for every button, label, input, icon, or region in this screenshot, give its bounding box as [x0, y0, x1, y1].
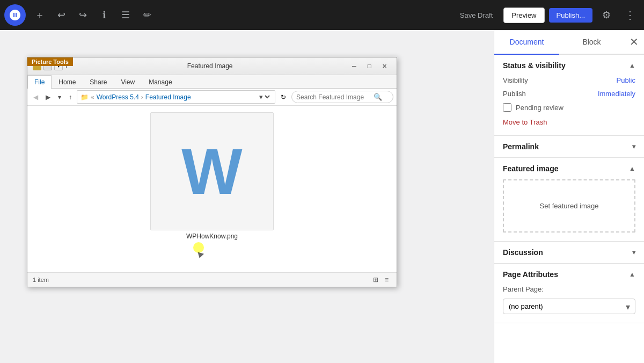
- wp-logo-icon: [9, 9, 21, 21]
- section-discussion: Discussion ▾: [494, 242, 644, 264]
- close-button[interactable]: ✕: [377, 61, 391, 71]
- pending-review-label[interactable]: Pending review: [516, 104, 564, 112]
- visibility-row: Visibility Public: [503, 76, 635, 84]
- move-to-trash-link[interactable]: Move to Trash: [503, 118, 547, 126]
- explorer-titlebar: ▾ │ Featured Image Picture Tools ─ □ ✕: [27, 57, 397, 75]
- status-visibility-body: Visibility Public Publish Immediately Pe…: [494, 76, 644, 135]
- publish-label: Publish: [503, 90, 526, 98]
- search-input[interactable]: [296, 93, 371, 101]
- section-page-attributes: Page Attributes ▲ Parent Page: (no paren…: [494, 264, 644, 323]
- file-thumbnail: W: [150, 112, 274, 230]
- toolbar-right: Save Draft Preview Publish... ⚙ ⋮: [453, 5, 640, 25]
- status-visibility-title: Status & visibility: [503, 61, 566, 70]
- pending-review-checkbox[interactable]: [503, 103, 511, 112]
- status-bar: 1 item ⊞ ≡: [27, 272, 397, 287]
- tab-block[interactable]: Block: [559, 30, 624, 55]
- item-count: 1 item: [33, 277, 49, 283]
- file-content: W WPHowKnow.png: [27, 106, 397, 272]
- ribbon-tab-manage[interactable]: Manage: [142, 75, 179, 89]
- top-toolbar: ＋ ↩ ↪ ℹ ☰ ✏ Save Draft Preview Publish..…: [0, 0, 644, 30]
- preview-button[interactable]: Preview: [503, 8, 544, 23]
- wp-logo: [4, 4, 26, 26]
- publish-value[interactable]: Immediately: [598, 90, 635, 98]
- parent-page-row: Parent Page:: [503, 285, 635, 293]
- publish-row: Publish Immediately: [503, 90, 635, 98]
- search-box: 🔍: [291, 91, 393, 103]
- parent-page-label: Parent Page:: [503, 285, 544, 293]
- address-path: 📁 « WordPress 5.4 › Featured Image ▾: [77, 90, 275, 104]
- chevron-icon: ▲: [629, 62, 635, 69]
- w-logo-image: W: [181, 139, 242, 204]
- sidebar-tabs: Document Block ✕: [494, 30, 644, 55]
- list-view-button[interactable]: ☰: [116, 5, 135, 25]
- parent-page-select[interactable]: (no parent): [503, 299, 635, 314]
- path-dropdown[interactable]: ▾: [257, 92, 272, 101]
- ribbon-tab-share[interactable]: Share: [83, 75, 114, 89]
- permalink-title: Permalink: [503, 142, 539, 151]
- file-name: WPHowKnow.png: [186, 233, 238, 240]
- sidebar: Document Block ✕ Status & visibility ▲ V…: [494, 30, 644, 363]
- permalink-chevron: ▾: [632, 143, 635, 150]
- tab-document[interactable]: Document: [494, 30, 559, 55]
- visibility-label: Visibility: [503, 76, 528, 84]
- add-block-button[interactable]: ＋: [30, 5, 49, 25]
- parent-page-select-wrapper: (no parent): [503, 299, 635, 314]
- back-button[interactable]: ◀: [31, 92, 41, 103]
- address-bar: ◀ ▶ ▾ ↑ 📁 « WordPress 5.4 › Featured Ima…: [27, 89, 397, 106]
- status-visibility-header[interactable]: Status & visibility ▲: [494, 55, 644, 76]
- explorer-window: ▾ │ Featured Image Picture Tools ─ □ ✕ F…: [27, 57, 397, 287]
- view-buttons: ⊞ ≡: [370, 274, 391, 285]
- section-featured-image: Featured image ▲ Set featured image: [494, 158, 644, 242]
- redo-button[interactable]: ↪: [73, 5, 92, 25]
- ribbon-tab-home[interactable]: Home: [52, 75, 83, 89]
- file-item[interactable]: W WPHowKnow.png: [32, 110, 392, 242]
- details-view-button[interactable]: ⊞: [370, 274, 381, 285]
- featured-image-chevron: ▲: [629, 165, 635, 172]
- info-button[interactable]: ℹ: [94, 5, 114, 25]
- path-wordpress[interactable]: WordPress 5.4: [97, 93, 139, 101]
- set-featured-image-label: Set featured image: [540, 202, 599, 210]
- settings-button[interactable]: ⚙: [597, 5, 616, 25]
- forward-button[interactable]: ▶: [43, 92, 53, 103]
- up-button[interactable]: ↑: [66, 92, 75, 103]
- featured-image-header[interactable]: Featured image ▲: [494, 158, 644, 179]
- toolbar-icons: ＋ ↩ ↪ ℹ ☰ ✏: [30, 5, 453, 25]
- set-featured-image-button[interactable]: Set featured image: [503, 179, 635, 233]
- page-attributes-body: Parent Page: (no parent): [494, 285, 644, 323]
- discussion-chevron: ▾: [632, 249, 635, 256]
- discussion-title: Discussion: [503, 248, 543, 257]
- page-attributes-chevron: ▲: [629, 271, 635, 278]
- refresh-button[interactable]: ↻: [277, 92, 289, 103]
- picture-tools-badge: Picture Tools: [27, 57, 73, 66]
- undo-button[interactable]: ↩: [52, 5, 71, 25]
- pending-review-row: Pending review: [503, 103, 635, 112]
- tools-button[interactable]: ✏: [137, 5, 157, 25]
- minimize-button[interactable]: ─: [347, 61, 361, 71]
- window-controls: ─ □ ✕: [347, 61, 391, 71]
- path-icon: 📁: [80, 93, 89, 101]
- publish-button[interactable]: Publish...: [549, 8, 592, 23]
- visibility-value[interactable]: Public: [617, 76, 635, 84]
- ribbon-tab-view[interactable]: View: [114, 75, 142, 89]
- path-featured-image[interactable]: Featured Image: [145, 93, 191, 101]
- explorer-title: Featured Image: [72, 62, 347, 70]
- editor-area: ▾ │ Featured Image Picture Tools ─ □ ✕ F…: [0, 30, 494, 363]
- page-attributes-title: Page Attributes: [503, 270, 558, 279]
- search-icon: 🔍: [374, 93, 382, 101]
- file-list: W WPHowKnow.png: [27, 106, 397, 272]
- list-view-btn[interactable]: ≡: [382, 274, 391, 285]
- more-options-button[interactable]: ⋮: [620, 5, 640, 25]
- section-permalink: Permalink ▾: [494, 136, 644, 158]
- permalink-header[interactable]: Permalink ▾: [494, 136, 644, 157]
- section-status-visibility: Status & visibility ▲ Visibility Public …: [494, 55, 644, 136]
- featured-image-title: Featured image: [503, 164, 558, 173]
- sidebar-close-button[interactable]: ✕: [624, 30, 644, 54]
- recent-button[interactable]: ▾: [55, 92, 64, 103]
- maximize-button[interactable]: □: [362, 61, 376, 71]
- ribbon-tab-file[interactable]: File: [27, 75, 52, 89]
- main-layout: ▾ │ Featured Image Picture Tools ─ □ ✕ F…: [0, 30, 644, 363]
- discussion-header[interactable]: Discussion ▾: [494, 242, 644, 263]
- save-draft-button[interactable]: Save Draft: [453, 8, 499, 23]
- ribbon-tabs: File Home Share View Manage: [27, 75, 397, 89]
- page-attributes-header[interactable]: Page Attributes ▲: [494, 264, 644, 285]
